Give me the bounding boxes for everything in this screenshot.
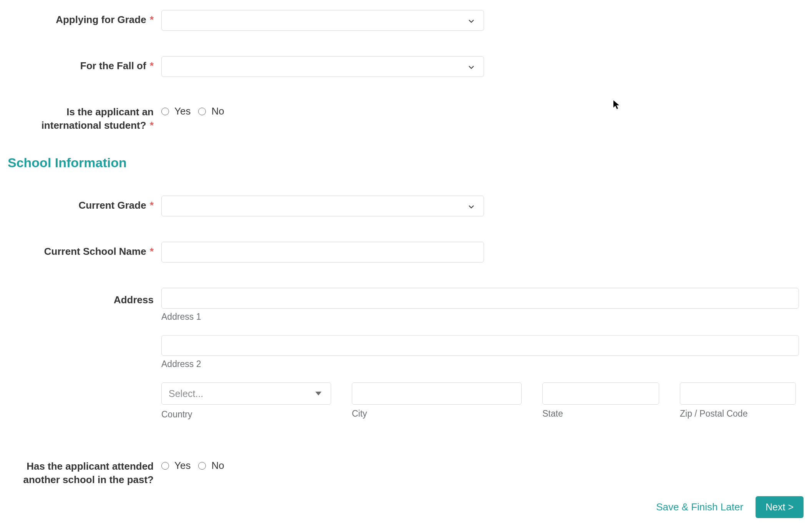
- field-attended-other: Has the applicant attended another schoo…: [4, 454, 808, 487]
- zip-col: Zip / Postal Code: [680, 382, 796, 420]
- footer-actions: Save & Finish Later Next >: [656, 496, 804, 518]
- chevron-down-icon: [467, 202, 475, 210]
- chevron-down-icon: [467, 63, 475, 70]
- field-fall-of: For the Fall of *: [4, 54, 808, 77]
- address-line1-sublabel: Address 1: [161, 312, 799, 322]
- save-finish-later-link[interactable]: Save & Finish Later: [656, 501, 743, 513]
- label-text: Is the applicant an international studen…: [41, 106, 154, 131]
- attended-no-label: No: [211, 460, 224, 472]
- address-grid: Select... Country City State Zip / Posta…: [161, 382, 799, 420]
- address-line1-input[interactable]: [161, 288, 799, 309]
- state-input[interactable]: [542, 382, 659, 405]
- label-international: Is the applicant an international studen…: [4, 100, 161, 132]
- zip-input[interactable]: [680, 382, 796, 405]
- applying-grade-select[interactable]: [161, 10, 484, 31]
- input-col: [161, 239, 808, 262]
- label-text: For the Fall of: [80, 60, 146, 71]
- label-current-grade: Current Grade *: [4, 193, 161, 212]
- country-sublabel: Country: [161, 409, 331, 420]
- input-col: [161, 193, 808, 216]
- country-select[interactable]: Select...: [161, 382, 331, 405]
- input-col: [161, 54, 808, 77]
- field-current-school-name: Current School Name *: [4, 239, 808, 262]
- intl-no-radio[interactable]: [198, 108, 206, 115]
- state-col: State: [542, 382, 659, 420]
- input-col: Yes No: [161, 454, 808, 472]
- label-text: Address: [114, 294, 154, 306]
- chevron-down-icon: [467, 17, 475, 24]
- field-current-grade: Current Grade *: [4, 193, 808, 216]
- address-line2-input[interactable]: [161, 335, 799, 356]
- caret-down-icon: [315, 392, 321, 395]
- attended-radio-group: Yes No: [161, 457, 808, 472]
- required-asterisk: *: [150, 14, 154, 25]
- field-address: Address Address 1 Address 2 Select... Co…: [4, 286, 808, 420]
- required-asterisk: *: [150, 60, 154, 71]
- current-grade-select[interactable]: [161, 196, 484, 216]
- address-line2-sublabel: Address 2: [161, 359, 799, 369]
- field-applying-grade: Applying for Grade *: [4, 8, 808, 31]
- label-fall-of: For the Fall of *: [4, 54, 161, 73]
- intl-yes-radio[interactable]: [161, 108, 169, 115]
- label-text: Current School Name: [44, 246, 146, 257]
- attended-yes-radio[interactable]: [161, 462, 169, 470]
- label-attended-other: Has the applicant attended another schoo…: [4, 454, 161, 487]
- intl-no-label: No: [211, 105, 224, 117]
- required-asterisk: *: [150, 199, 154, 211]
- country-col: Select... Country: [161, 382, 331, 420]
- application-form: Applying for Grade * For the Fall of *: [0, 0, 812, 487]
- attended-no-radio[interactable]: [198, 462, 206, 470]
- label-text: Applying for Grade: [56, 14, 146, 25]
- next-button[interactable]: Next >: [756, 496, 804, 518]
- country-placeholder: Select...: [169, 388, 203, 399]
- field-international: Is the applicant an international studen…: [4, 100, 808, 132]
- city-input[interactable]: [352, 382, 522, 405]
- input-col: Yes No: [161, 100, 808, 117]
- address-input-col: Address 1 Address 2 Select... Country Ci…: [161, 286, 799, 420]
- zip-sublabel: Zip / Postal Code: [680, 409, 796, 419]
- attended-yes-label: Yes: [174, 460, 191, 472]
- city-col: City: [352, 382, 522, 420]
- required-asterisk: *: [150, 246, 154, 257]
- school-name-input[interactable]: [161, 242, 484, 262]
- fall-of-select[interactable]: [161, 56, 484, 77]
- required-asterisk: *: [150, 120, 154, 131]
- section-school-heading: School Information: [8, 155, 808, 170]
- label-address: Address: [4, 286, 161, 307]
- input-col: [161, 8, 808, 31]
- label-text: Current Grade: [78, 199, 146, 211]
- label-applying-grade: Applying for Grade *: [4, 8, 161, 27]
- intl-radio-group: Yes No: [161, 102, 808, 117]
- intl-yes-label: Yes: [174, 105, 191, 117]
- label-current-school-name: Current School Name *: [4, 239, 161, 258]
- state-sublabel: State: [542, 409, 659, 419]
- label-text: Has the applicant attended another schoo…: [23, 460, 154, 485]
- city-sublabel: City: [352, 409, 522, 419]
